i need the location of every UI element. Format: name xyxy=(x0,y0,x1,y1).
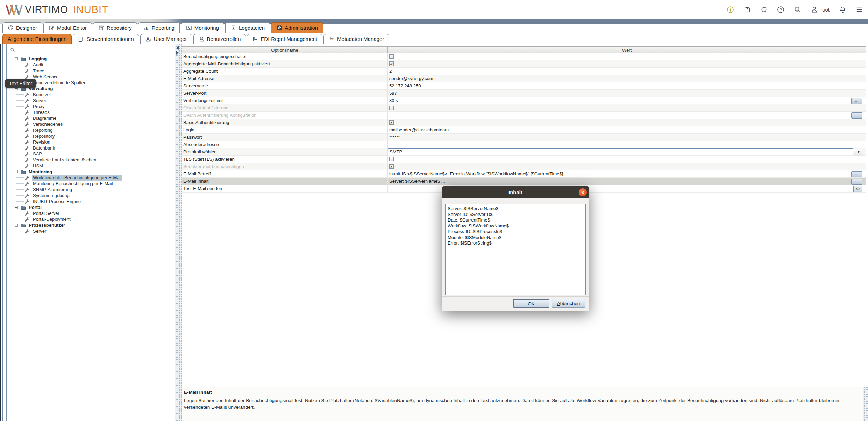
tree-item-diagramme[interactable]: Diagramme xyxy=(8,115,174,121)
collapse-icon[interactable] xyxy=(15,206,18,209)
collapse-icon[interactable] xyxy=(15,57,18,60)
option-value[interactable] xyxy=(387,156,866,163)
checkbox-unchecked[interactable] xyxy=(389,106,394,110)
option-row-aggregierte-mail-benachrichtigung-aktiviert[interactable]: Aggregierte Mail-Benachrichtigung aktivi… xyxy=(182,60,866,68)
tree-item-trace[interactable]: Trace xyxy=(8,68,174,74)
option-row-e-mail-inhalt[interactable]: E-Mail InhaltServer: $ISServerName$ ....… xyxy=(182,178,866,185)
tree-item-verschiedenes[interactable]: Verschiedenes xyxy=(8,121,174,127)
tree-item-reporting[interactable]: Reporting xyxy=(8,127,174,133)
option-value[interactable] xyxy=(387,104,866,111)
close-icon[interactable]: × xyxy=(579,188,587,196)
notifications-icon[interactable] xyxy=(839,6,846,13)
subtab-edi-regel-management[interactable]: EDI-Regel-Management xyxy=(247,34,322,44)
open-editor-button[interactable]: ... xyxy=(851,112,862,119)
option-row-servername[interactable]: Servername52.172.248.250 xyxy=(182,82,866,90)
option-value[interactable]: mailsender@classicbpmteam xyxy=(387,126,866,133)
tree-item-monitoring[interactable]: Monitoring xyxy=(8,169,174,175)
tab-logdateien[interactable]: Logdateien xyxy=(225,22,270,33)
cancel-button[interactable]: Abbrechen xyxy=(552,299,585,308)
option-row-e-mail-adresse[interactable]: E-Mail-Adressesender@synergy.com xyxy=(182,75,866,82)
option-row-e-mail-betreff[interactable]: E-Mail Betreffinubit-IS <$ISServerName$>… xyxy=(182,170,866,178)
option-row-verbindungszeitlimit[interactable]: Verbindungszeitlimit30 s... xyxy=(182,97,866,104)
tree-item-logging[interactable]: Logging xyxy=(8,56,174,62)
tree-item-workflowfehler-benachrichtigung-per-e-mail[interactable]: Workflowfehler-Benachrichtigung per E-Ma… xyxy=(8,175,174,181)
tab-repository[interactable]: Repository xyxy=(93,22,137,33)
option-row-login[interactable]: Loginmailsender@classicbpmteam xyxy=(182,126,866,134)
search-icon[interactable] xyxy=(794,6,801,13)
column-header-wert[interactable]: Wert xyxy=(388,47,866,53)
option-value[interactable]: sender@synergy.com xyxy=(387,75,866,82)
option-value[interactable] xyxy=(387,119,866,126)
tree-item-portal[interactable]: Portal xyxy=(8,204,174,210)
tree-item-web-service[interactable]: Web Service xyxy=(8,74,174,80)
tree-item-hsm[interactable]: HSM xyxy=(8,163,174,169)
option-row-oauth-autentifizierung[interactable]: OAuth Autentifizierung xyxy=(182,104,866,112)
subtab-metadaten-manager[interactable]: ✳Metadaten Manager xyxy=(323,34,389,44)
tree-search-input[interactable] xyxy=(15,46,173,53)
tree-item-sap[interactable]: SAP xyxy=(8,151,174,157)
tree-item-systemumgebung[interactable]: Systemumgebung xyxy=(8,193,174,198)
tab-reporting[interactable]: Reporting xyxy=(138,22,180,33)
option-value[interactable]: 30 s... xyxy=(387,97,866,104)
subtab-benutzerrollen[interactable]: Benutzerrollen xyxy=(193,34,246,44)
open-editor-button[interactable]: ... xyxy=(851,171,862,177)
subtab-serverinformationen[interactable]: Serverinformationen xyxy=(73,34,139,44)
open-editor-button[interactable]: ... xyxy=(851,98,862,104)
tree-item-datenbank[interactable]: Datenbank xyxy=(8,145,174,151)
option-row-passwort[interactable]: Passwort****** xyxy=(182,134,866,141)
tree-item-audit[interactable]: Audit xyxy=(8,62,174,68)
checkbox-checked[interactable] xyxy=(389,61,394,66)
option-row-aggregate-count[interactable]: Aggregate Count2 xyxy=(182,68,866,75)
option-row-tls-starttls-aktivieren[interactable]: TLS (StartTLS) aktivieren xyxy=(182,156,866,163)
tree-item-prozessbenutzer[interactable]: Prozessbenutzer xyxy=(8,222,174,228)
option-value[interactable]: 587 xyxy=(387,90,866,97)
panel-splitter[interactable] xyxy=(175,44,182,421)
tree-item-server[interactable]: Server xyxy=(8,228,174,234)
option-row-benachrichtigung-eingeschaltet[interactable]: Benachrichtigung eingeschaltet xyxy=(182,53,866,60)
option-value[interactable] xyxy=(387,53,866,60)
open-editor-button[interactable]: ... xyxy=(851,179,862,185)
subtab-user-manager[interactable]: ⚙User Manager xyxy=(140,34,192,44)
tree-item-threads[interactable]: Threads xyxy=(8,109,174,115)
option-value[interactable] xyxy=(387,141,866,148)
description-scrollbar[interactable] xyxy=(863,387,868,421)
content-textarea[interactable]: Server: $ISServerName$ Server-ID: $Serve… xyxy=(445,204,586,295)
tree-item-repository[interactable]: Repository xyxy=(8,133,174,139)
help-icon[interactable]: ? xyxy=(777,6,784,13)
collapse-icon[interactable] xyxy=(15,224,18,227)
option-value[interactable]: SMTP▼ xyxy=(387,148,866,155)
option-value[interactable]: 2 xyxy=(387,68,866,75)
ok-button[interactable]: OK xyxy=(513,299,549,308)
option-value[interactable]: Server: $ISServerName$ ...... xyxy=(387,178,866,185)
tree-item-veraltete-laufzeitdaten-l-schen[interactable]: Veraltete Laufzeitdaten löschen xyxy=(8,157,174,163)
checkbox-checked[interactable] xyxy=(389,120,394,125)
checkbox-checked[interactable] xyxy=(389,164,394,169)
option-row-absenderadresse[interactable]: Absenderadresse xyxy=(182,141,866,148)
info-icon[interactable] xyxy=(727,6,734,13)
tree-item-portal-deployment[interactable]: Portal-Deployment xyxy=(8,216,174,222)
tree-item-benutzer[interactable]: Benutzer xyxy=(8,92,174,97)
checkbox-unchecked[interactable] xyxy=(389,54,394,59)
tab-designer[interactable]: Designer xyxy=(2,22,42,33)
option-value[interactable]: 52.172.248.250 xyxy=(387,82,866,89)
collapse-left-icon[interactable] xyxy=(176,46,179,50)
combobox-arrow-icon[interactable]: ▼ xyxy=(854,149,863,155)
send-test-mail-button[interactable]: ⚙ xyxy=(853,186,862,192)
tree-item-snmp-alarmierung[interactable]: SNMP-Alarmierung xyxy=(8,187,174,193)
tab-modul-editor[interactable]: Modul-Editor xyxy=(43,22,92,33)
option-row-server-port[interactable]: Server-Port587 xyxy=(182,90,866,97)
subtab-allgemeine-einstellungen[interactable]: Allgemeine Einstellungen xyxy=(2,34,72,44)
option-row-oauth-autentifizierung-konfiguration[interactable]: OAuth Autentifizierung Konfiguration... xyxy=(182,112,866,119)
tree-item-monitoring-benachrichtigung-per-e-mail[interactable]: Monitoring-Benachrichtigung per E-Mail xyxy=(8,181,174,187)
dialog-titlebar[interactable]: Inhalt × xyxy=(442,186,589,198)
save-icon[interactable] xyxy=(744,6,751,13)
option-row-benutzer-root-benachrichtigen[interactable]: Benutzer root benachrichtigen xyxy=(182,163,866,170)
column-header-optionsname[interactable]: Optionsname xyxy=(182,47,388,53)
option-row-basic-authentifizierung[interactable]: Basic Authentifizierung xyxy=(182,119,866,126)
option-value[interactable]: ... xyxy=(387,112,866,119)
protocol-combobox[interactable]: SMTP xyxy=(388,148,853,155)
option-value[interactable] xyxy=(387,60,866,67)
refresh-icon[interactable] xyxy=(760,6,768,13)
tab-administration[interactable]: Administration xyxy=(271,22,323,33)
tab-monitoring[interactable]: Monitoring xyxy=(181,22,224,33)
